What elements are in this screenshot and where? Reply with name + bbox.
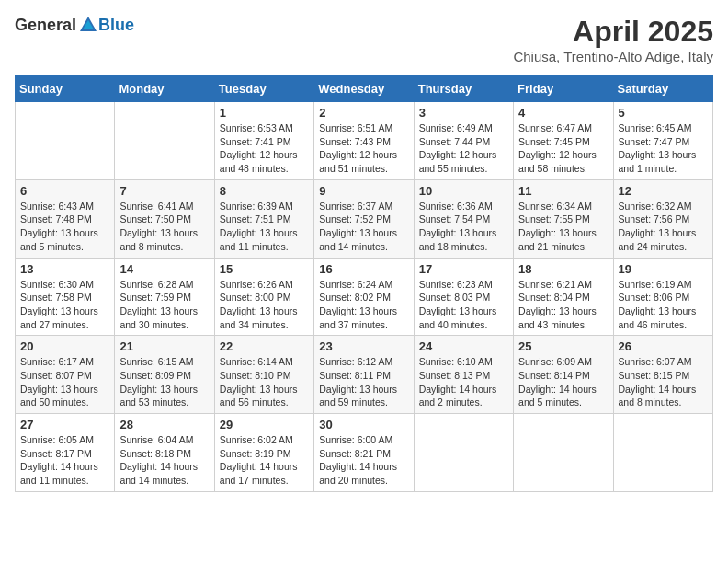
daylight-text: Daylight: 14 hours and 8 minutes. [619, 384, 697, 408]
calendar-day-cell: 15 Sunrise: 6:26 AM Sunset: 8:00 PM Dayl… [214, 258, 313, 336]
day-info: Sunrise: 6:32 AM Sunset: 7:56 PM Dayligh… [619, 200, 708, 254]
daylight-text: Daylight: 12 hours and 55 minutes. [419, 149, 497, 174]
sunset-text: Sunset: 7:44 PM [419, 136, 491, 147]
calendar-day-cell: 5 Sunrise: 6:45 AM Sunset: 7:47 PM Dayli… [613, 102, 712, 180]
day-info: Sunrise: 6:41 AM Sunset: 7:50 PM Dayligh… [119, 200, 209, 254]
sunrise-text: Sunrise: 6:15 AM [119, 356, 193, 367]
sunset-text: Sunset: 8:04 PM [518, 292, 590, 303]
calendar-day-cell: 25 Sunrise: 6:09 AM Sunset: 8:14 PM Dayl… [514, 336, 613, 414]
sunset-text: Sunset: 7:41 PM [220, 136, 291, 147]
calendar-weekday-header: Monday [115, 76, 214, 102]
daylight-text: Daylight: 14 hours and 5 minutes. [518, 384, 597, 408]
calendar-day-cell: 11 Sunrise: 6:34 AM Sunset: 7:55 PM Dayl… [514, 179, 613, 258]
day-number: 21 [119, 339, 209, 353]
day-info: Sunrise: 6:26 AM Sunset: 8:00 PM Dayligh… [220, 278, 309, 332]
sunrise-text: Sunrise: 6:43 AM [20, 201, 94, 212]
day-info: Sunrise: 6:05 AM Sunset: 8:17 PM Dayligh… [20, 433, 109, 488]
calendar-day-cell: 2 Sunrise: 6:51 AM Sunset: 7:43 PM Dayli… [314, 102, 414, 180]
day-info: Sunrise: 6:45 AM Sunset: 7:47 PM Dayligh… [619, 121, 708, 176]
daylight-text: Daylight: 13 hours and 14 minutes. [319, 227, 397, 252]
sunrise-text: Sunrise: 6:30 AM [20, 279, 94, 290]
calendar-body: 1 Sunrise: 6:53 AM Sunset: 7:41 PM Dayli… [16, 102, 713, 492]
day-number: 29 [220, 418, 309, 431]
daylight-text: Daylight: 13 hours and 5 minutes. [20, 227, 98, 252]
calendar-day-cell: 30 Sunrise: 6:00 AM Sunset: 8:21 PM Dayl… [314, 414, 414, 492]
calendar-day-cell [115, 102, 214, 180]
sunset-text: Sunset: 8:14 PM [518, 370, 590, 381]
daylight-text: Daylight: 12 hours and 51 minutes. [319, 149, 397, 174]
sunset-text: Sunset: 7:59 PM [119, 292, 191, 303]
calendar-day-cell: 18 Sunrise: 6:21 AM Sunset: 8:04 PM Dayl… [514, 258, 613, 336]
sunset-text: Sunset: 8:07 PM [20, 370, 92, 381]
sunset-text: Sunset: 7:51 PM [220, 213, 291, 224]
daylight-text: Daylight: 13 hours and 59 minutes. [319, 384, 397, 408]
sunset-text: Sunset: 7:50 PM [119, 213, 191, 224]
sunset-text: Sunset: 8:03 PM [419, 292, 491, 303]
calendar-day-cell: 17 Sunrise: 6:23 AM Sunset: 8:03 PM Dayl… [414, 258, 513, 336]
day-info: Sunrise: 6:24 AM Sunset: 8:02 PM Dayligh… [319, 278, 408, 332]
calendar-day-cell: 19 Sunrise: 6:19 AM Sunset: 8:06 PM Dayl… [613, 258, 712, 336]
daylight-text: Daylight: 13 hours and 18 minutes. [419, 227, 497, 252]
day-number: 4 [518, 106, 608, 120]
calendar-week-row: 27 Sunrise: 6:05 AM Sunset: 8:17 PM Dayl… [16, 414, 713, 492]
daylight-text: Daylight: 13 hours and 34 minutes. [220, 305, 298, 330]
day-number: 16 [319, 262, 408, 276]
day-number: 25 [518, 339, 608, 353]
sunrise-text: Sunrise: 6:49 AM [419, 122, 493, 133]
calendar-day-cell: 12 Sunrise: 6:32 AM Sunset: 7:56 PM Dayl… [613, 179, 712, 258]
calendar-day-cell [16, 102, 115, 180]
logo-icon [78, 15, 98, 35]
location-title: Chiusa, Trentino-Alto Adige, Italy [513, 49, 713, 64]
sunrise-text: Sunrise: 6:07 AM [619, 356, 692, 367]
day-info: Sunrise: 6:09 AM Sunset: 8:14 PM Dayligh… [518, 355, 608, 409]
sunrise-text: Sunrise: 6:17 AM [20, 356, 94, 367]
day-number: 19 [619, 262, 708, 276]
calendar-day-cell: 9 Sunrise: 6:37 AM Sunset: 7:52 PM Dayli… [314, 179, 414, 258]
sunrise-text: Sunrise: 6:26 AM [220, 279, 293, 290]
page-header: General Blue April 2025 Chiusa, Trentino… [15, 15, 713, 64]
calendar-day-cell: 22 Sunrise: 6:14 AM Sunset: 8:10 PM Dayl… [214, 336, 313, 414]
sunset-text: Sunset: 7:52 PM [319, 213, 391, 224]
sunrise-text: Sunrise: 6:51 AM [319, 122, 392, 133]
title-block: April 2025 Chiusa, Trentino-Alto Adige, … [513, 15, 713, 64]
day-number: 11 [518, 184, 608, 198]
sunset-text: Sunset: 7:48 PM [20, 213, 92, 224]
month-title: April 2025 [513, 15, 713, 49]
calendar-weekday-header: Friday [514, 76, 613, 102]
sunset-text: Sunset: 8:06 PM [619, 292, 690, 303]
daylight-text: Daylight: 13 hours and 40 minutes. [419, 305, 497, 330]
calendar-day-cell: 28 Sunrise: 6:04 AM Sunset: 8:18 PM Dayl… [115, 414, 214, 492]
day-number: 30 [319, 418, 408, 431]
calendar-day-cell: 4 Sunrise: 6:47 AM Sunset: 7:45 PM Dayli… [514, 102, 613, 180]
daylight-text: Daylight: 13 hours and 27 minutes. [20, 305, 98, 330]
logo-blue: Blue [98, 16, 134, 35]
day-info: Sunrise: 6:15 AM Sunset: 8:09 PM Dayligh… [119, 355, 209, 409]
day-number: 14 [119, 262, 209, 276]
sunrise-text: Sunrise: 6:47 AM [518, 122, 592, 133]
calendar-day-cell: 29 Sunrise: 6:02 AM Sunset: 8:19 PM Dayl… [214, 414, 313, 492]
day-number: 23 [319, 339, 408, 353]
calendar-day-cell: 10 Sunrise: 6:36 AM Sunset: 7:54 PM Dayl… [414, 179, 513, 258]
sunrise-text: Sunrise: 6:14 AM [220, 356, 293, 367]
sunrise-text: Sunrise: 6:45 AM [619, 122, 692, 133]
day-info: Sunrise: 6:04 AM Sunset: 8:18 PM Dayligh… [119, 433, 209, 488]
day-number: 10 [419, 184, 508, 198]
sunrise-text: Sunrise: 6:28 AM [119, 279, 193, 290]
day-info: Sunrise: 6:14 AM Sunset: 8:10 PM Dayligh… [220, 355, 309, 409]
sunrise-text: Sunrise: 6:12 AM [319, 356, 392, 367]
sunset-text: Sunset: 7:55 PM [518, 213, 590, 224]
day-number: 15 [220, 262, 309, 276]
sunset-text: Sunset: 8:17 PM [20, 448, 92, 459]
sunrise-text: Sunrise: 6:32 AM [619, 201, 692, 212]
day-number: 3 [419, 106, 508, 120]
day-number: 9 [319, 184, 408, 198]
day-number: 24 [419, 339, 508, 353]
calendar-day-cell: 7 Sunrise: 6:41 AM Sunset: 7:50 PM Dayli… [115, 179, 214, 258]
sunset-text: Sunset: 8:02 PM [319, 292, 391, 303]
daylight-text: Daylight: 12 hours and 48 minutes. [220, 149, 298, 174]
sunrise-text: Sunrise: 6:21 AM [518, 279, 592, 290]
sunrise-text: Sunrise: 6:09 AM [518, 356, 592, 367]
calendar-day-cell: 27 Sunrise: 6:05 AM Sunset: 8:17 PM Dayl… [16, 414, 115, 492]
calendar-day-cell [514, 414, 613, 492]
calendar-week-row: 13 Sunrise: 6:30 AM Sunset: 7:58 PM Dayl… [16, 258, 713, 336]
